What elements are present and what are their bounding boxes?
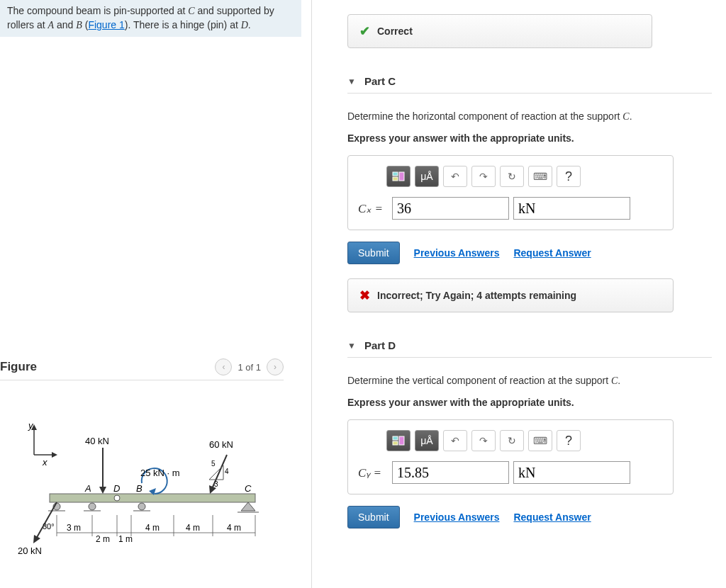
request-answer-link[interactable]: Request Answer <box>513 511 591 523</box>
figure-title: Figure <box>0 360 37 374</box>
svg-text:60 kN: 60 kN <box>209 439 233 450</box>
reset-button[interactable]: ↻ <box>500 166 524 187</box>
part-c-header[interactable]: ▼ Part C <box>347 69 712 94</box>
correct-feedback: ✔ Correct <box>347 14 652 48</box>
check-icon: ✔ <box>359 23 370 39</box>
x-icon: ✖ <box>359 288 370 303</box>
part-c-title: Part C <box>364 75 396 87</box>
submit-button[interactable]: Submit <box>347 506 400 528</box>
text: The compound beam is pin-supported at <box>7 5 188 16</box>
toolbar: μÅ ↶ ↷ ↻ ⌨ ? <box>358 430 663 451</box>
part-d-header[interactable]: ▼ Part D <box>347 334 712 358</box>
undo-button[interactable]: ↶ <box>443 166 467 187</box>
svg-rect-52 <box>393 177 398 181</box>
math-var: C <box>611 375 618 386</box>
answer-row: Cₓ = <box>358 197 663 220</box>
previous-answers-link[interactable]: Previous Answers <box>414 247 500 259</box>
svg-text:4: 4 <box>225 468 229 475</box>
math-C: C <box>188 6 194 16</box>
reset-button[interactable]: ↻ <box>500 430 524 451</box>
figure-prev-button[interactable]: ‹ <box>215 358 232 375</box>
part-d-prompt: Determine the vertical component of reac… <box>347 375 712 387</box>
submit-row: Submit Previous Answers Request Answer <box>347 242 712 264</box>
part-d-hint: Express your answer with the appropriate… <box>347 397 712 408</box>
redo-button[interactable]: ↷ <box>471 166 496 187</box>
text: ). There is a hinge (pin) at <box>125 19 241 30</box>
svg-text:2 m: 2 m <box>96 534 110 544</box>
previous-answers-link[interactable]: Previous Answers <box>414 511 500 523</box>
math-var: C <box>622 111 629 122</box>
part-c-hint: Express your answer with the appropriate… <box>347 132 712 144</box>
figure-section: Figure ‹ 1 of 1 › y x <box>0 354 284 567</box>
beam-diagram: y x A D B C <box>14 416 269 565</box>
submit-button[interactable]: Submit <box>347 242 400 264</box>
svg-rect-51 <box>399 172 404 181</box>
left-panel: The compound beam is pin-supported at C … <box>0 0 312 588</box>
figure-link[interactable]: Figure 1 <box>88 19 124 30</box>
svg-text:C: C <box>245 483 252 494</box>
value-input[interactable] <box>392 197 509 220</box>
svg-rect-53 <box>393 436 398 440</box>
part-c-answer-box: μÅ ↶ ↷ ↻ ⌨ ? Cₓ = <box>347 155 674 230</box>
collapse-icon: ▼ <box>347 341 356 351</box>
collapse-icon: ▼ <box>347 77 356 86</box>
svg-rect-55 <box>393 441 398 445</box>
incorrect-feedback: ✖ Incorrect; Try Again; 4 attempts remai… <box>347 278 674 312</box>
svg-text:40 kN: 40 kN <box>85 436 109 446</box>
text: Determine the vertical component of reac… <box>347 375 611 386</box>
redo-button[interactable]: ↷ <box>471 430 496 451</box>
part-c-prompt: Determine the horizontal component of re… <box>347 111 712 123</box>
part-d-title: Part D <box>364 339 396 351</box>
svg-text:30°: 30° <box>43 522 55 531</box>
text: . <box>248 19 251 30</box>
help-button[interactable]: ? <box>557 166 581 187</box>
variable-label: Cᵧ = <box>358 465 388 480</box>
text: and <box>54 19 76 30</box>
undo-button[interactable]: ↶ <box>443 430 467 451</box>
svg-text:D: D <box>113 483 120 494</box>
request-answer-link[interactable]: Request Answer <box>513 247 591 259</box>
variable-label: Cₓ = <box>358 201 388 216</box>
value-input[interactable] <box>392 461 509 484</box>
templates-button[interactable] <box>386 430 411 451</box>
text: Determine the horizontal component of re… <box>347 111 622 122</box>
toolbar: μÅ ↶ ↷ ↻ ⌨ ? <box>358 166 663 187</box>
part-d-answer-box: μÅ ↶ ↷ ↻ ⌨ ? Cᵧ = <box>347 419 674 494</box>
svg-text:4 m: 4 m <box>145 523 160 533</box>
svg-text:1 m: 1 m <box>118 534 133 544</box>
units-button[interactable]: μÅ <box>415 166 439 187</box>
units-button[interactable]: μÅ <box>415 430 439 451</box>
help-button[interactable]: ? <box>557 430 581 451</box>
svg-text:3 m: 3 m <box>67 523 81 533</box>
svg-text:20 kN: 20 kN <box>18 545 42 556</box>
svg-text:B: B <box>136 483 143 494</box>
svg-point-11 <box>138 503 145 510</box>
part-c: ▼ Part C Determine the horizontal compon… <box>347 69 712 312</box>
text: . <box>630 111 632 122</box>
right-panel: ✔ Correct ▼ Part C Determine the horizon… <box>312 0 726 588</box>
problem-statement: The compound beam is pin-supported at C … <box>0 0 301 37</box>
unit-input[interactable] <box>513 197 630 220</box>
svg-text:A: A <box>84 483 91 494</box>
svg-text:5: 5 <box>211 460 216 468</box>
figure-nav: ‹ 1 of 1 › <box>215 358 284 375</box>
svg-marker-4 <box>52 452 57 458</box>
keyboard-button[interactable]: ⌨ <box>528 430 552 451</box>
keyboard-button[interactable]: ⌨ <box>528 166 552 187</box>
unit-input[interactable] <box>513 461 630 484</box>
figure-image: y x A D B C <box>0 416 284 567</box>
text: . <box>618 375 620 386</box>
correct-label: Correct <box>377 26 413 37</box>
incorrect-label: Incorrect; Try Again; 4 attempts remaini… <box>377 290 576 301</box>
svg-text:x: x <box>42 457 48 468</box>
part-d: ▼ Part D Determine the vertical componen… <box>347 334 712 528</box>
figure-next-button[interactable]: › <box>267 358 284 375</box>
math-B: B <box>76 20 82 30</box>
svg-text:4 m: 4 m <box>186 523 200 533</box>
templates-button[interactable] <box>386 166 411 187</box>
svg-point-15 <box>114 495 120 501</box>
svg-rect-54 <box>399 436 404 445</box>
math-D: D <box>241 20 248 30</box>
figure-header: Figure ‹ 1 of 1 › <box>0 354 284 380</box>
svg-text:4 m: 4 m <box>227 523 241 533</box>
